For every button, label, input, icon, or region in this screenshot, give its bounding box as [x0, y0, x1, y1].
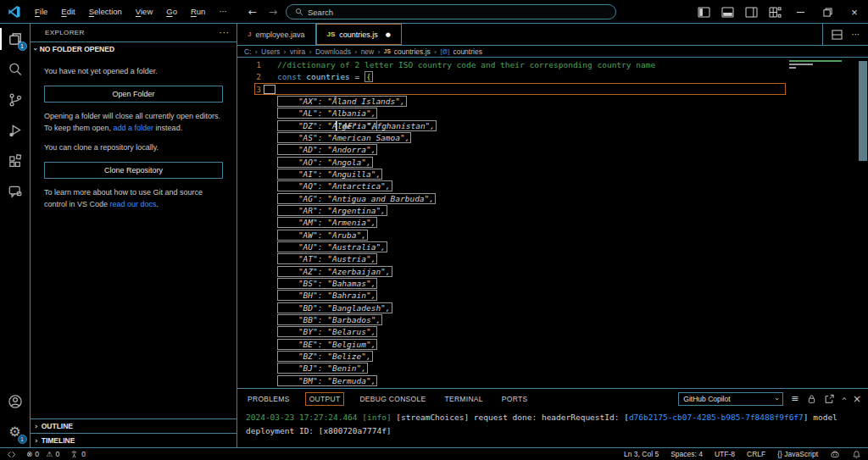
back-button[interactable]: ← [248, 6, 257, 18]
breadcrumb-item[interactable]: new [361, 47, 375, 56]
menu-selection[interactable]: Selection [82, 4, 129, 19]
panel-tab-problems[interactable]: PROBLEMS [244, 393, 293, 405]
scrollbar-slider[interactable] [859, 61, 867, 161]
toggle-secondary-sidebar-icon[interactable] [739, 0, 763, 24]
java-file-icon: J [248, 30, 251, 38]
breadcrumb-symbol[interactable]: countries [453, 47, 482, 56]
code-line: "AO": "Angola", [277, 157, 868, 169]
code-editor[interactable]: 1 2 3 //dictionary of 2 letter ISO count… [237, 58, 868, 388]
activity-account[interactable] [0, 386, 31, 417]
indentation-setting[interactable]: Spaces: 4 [670, 450, 703, 458]
copilot-status-icon[interactable] [830, 450, 840, 459]
close-window-button[interactable]: × [841, 0, 868, 24]
tab-employee-java[interactable]: J employee.java [237, 24, 316, 45]
encoding-setting[interactable]: UTF-8 [715, 450, 735, 458]
panel-tab-terminal[interactable]: TERMINAL [441, 393, 486, 405]
code-line: "BB": "Barbados", [277, 314, 868, 326]
language-selector[interactable]: {} JavaScript [777, 450, 818, 458]
eol-setting[interactable]: CRLF [747, 450, 765, 458]
toggle-primary-sidebar-icon[interactable] [692, 0, 715, 24]
menu-file[interactable]: File [28, 4, 54, 19]
panel-tab-debug-console[interactable]: DEBUG CONSOLE [356, 393, 429, 405]
search-icon [295, 8, 303, 16]
breadcrumb-separator: › [354, 47, 358, 56]
copilot-ghost-text: "BD": "Bangladesh", [277, 302, 392, 313]
output-channel-select[interactable]: GitHub Copilot › [678, 392, 783, 406]
lock-icon[interactable] [807, 394, 816, 404]
docs-note: To learn more about how to use Git and s… [44, 187, 223, 211]
split-editor-icon[interactable] [832, 30, 843, 40]
ports-indicator[interactable]: 0 [70, 450, 86, 459]
code-line: "BD": "Bangladesh", [277, 302, 868, 314]
panel-tab-ports[interactable]: PORTS [498, 393, 531, 405]
activity-settings[interactable]: ⚙ 1 [0, 417, 31, 447]
menu-bar: FileEditSelectionViewGoRun··· [28, 4, 233, 19]
breadcrumb-item[interactable]: vnira [290, 47, 305, 56]
breadcrumb-item[interactable]: Users [261, 47, 280, 56]
code-line: "BJ": "Benin", [277, 363, 868, 374]
copilot-ghost-text: "BH": "Bahrain", [277, 290, 377, 301]
activity-source-control[interactable] [0, 85, 31, 115]
cursor-position[interactable]: Ln 3, Col 5 [624, 450, 659, 458]
breadcrumb[interactable]: C:›Users›vnira›Downloads›new›JScountries… [237, 46, 868, 58]
open-output-in-editor-icon[interactable] [824, 394, 834, 404]
menu-view[interactable]: View [129, 4, 159, 19]
breadcrumb-item[interactable]: Downloads [315, 47, 351, 56]
open-folder-button[interactable]: Open Folder [44, 86, 223, 103]
bottom-panel: PROBLEMSOUTPUTDEBUG CONSOLETERMINALPORTS… [237, 388, 868, 447]
panel-tab-output[interactable]: OUTPUT [305, 392, 345, 406]
notifications-bell-icon[interactable] [852, 450, 861, 459]
outline-section[interactable]: › OUTLINE [31, 418, 236, 433]
activity-extensions[interactable] [0, 146, 31, 176]
menu-run[interactable]: Run [184, 4, 212, 19]
activity-explorer[interactable]: 1 [0, 24, 31, 54]
maximize-panel-icon[interactable]: › [837, 396, 849, 400]
code-line: "BS": "Bahamas", [277, 278, 868, 290]
activity-chat[interactable] [0, 176, 31, 207]
copilot-ghost-text: "BZ": "Belize", [277, 351, 373, 362]
log-line-2: deployment ID: [x800720a7774f] [246, 424, 868, 438]
problems-indicator[interactable]: ⊗ 0 ⚠ 0 [26, 450, 59, 458]
menu-go[interactable]: Go [159, 4, 184, 19]
modified-dot-icon[interactable]: ● [386, 31, 391, 38]
menu-edit[interactable]: Edit [54, 4, 81, 19]
panel-tab-bar: PROBLEMSOUTPUTDEBUG CONSOLETERMINALPORTS [244, 392, 531, 406]
close-panel-icon[interactable]: × [853, 393, 861, 405]
no-folder-text: You have not yet opened a folder. [44, 66, 223, 78]
chevron-right-icon: › [35, 436, 38, 445]
clone-repository-button[interactable]: Clone Repository [44, 162, 223, 179]
timeline-section[interactable]: › TIMELINE [31, 433, 236, 447]
menu-more[interactable]: ··· [212, 4, 233, 19]
toggle-panel-icon[interactable] [715, 0, 739, 24]
code-line: //dictionary of 2 letter ISO country cod… [277, 59, 868, 71]
activity-run-debug[interactable] [0, 115, 31, 146]
tab-countries-js[interactable]: JS countries.js ● [316, 24, 402, 45]
read-our-docs-link[interactable]: read our docs [110, 200, 157, 208]
forward-button[interactable]: → [269, 6, 277, 18]
breadcrumb-file[interactable]: countries.js [394, 47, 431, 56]
command-center-search[interactable]: Search [286, 4, 616, 19]
breadcrumb-item[interactable]: C: [244, 47, 252, 56]
restore-button[interactable] [814, 0, 841, 24]
more-actions-icon[interactable]: ··· [219, 28, 230, 37]
vscode-logo-icon [8, 5, 21, 19]
sidebar-title: EXPLORER [45, 29, 85, 36]
code-line: "AG": "Antigua and Barbuda", [277, 193, 868, 205]
code-line: "BM": "Bermuda", [277, 375, 868, 387]
activity-search[interactable] [0, 54, 31, 85]
copilot-ghost-text: "AL": "Albania", [277, 108, 377, 119]
vertical-scrollbar[interactable] [858, 58, 868, 388]
minimap[interactable] [787, 58, 858, 388]
title-bar: FileEditSelectionViewGoRun··· ← → Search… [0, 0, 868, 24]
remote-indicator[interactable] [7, 450, 16, 459]
editor-more-actions-icon[interactable]: ··· [851, 30, 860, 39]
minimize-button[interactable] [787, 0, 814, 24]
add-a-folder-link[interactable]: add a folder [114, 124, 154, 132]
output-filter-icon[interactable]: ≡ [791, 394, 798, 403]
customize-layout-icon[interactable] [763, 0, 787, 24]
output-log[interactable]: 2024-03-23 17:27:24.464 [info] [streamCh… [237, 408, 868, 438]
copilot-ghost-text: "AG": "Antigua and Barbuda", [277, 193, 436, 204]
js-file-icon: JS [384, 48, 391, 54]
copilot-ghost-text: "AX": "Åland Islands", [277, 96, 407, 107]
section-no-folder-opened[interactable]: › NO FOLDER OPENED [31, 42, 236, 56]
